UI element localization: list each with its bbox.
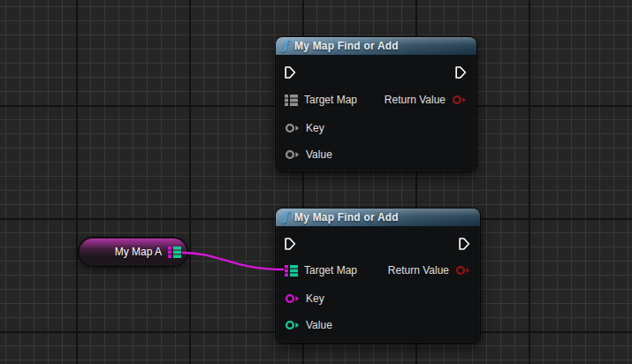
pin-label: Key [306,122,324,134]
value-pin[interactable]: Value [285,319,332,331]
pin-label: Value [306,148,332,161]
pin-label: Return Value [385,94,445,106]
pin-label: Return Value [388,264,449,277]
data-pin-icon [452,95,467,105]
pin-label: Value [306,319,332,331]
exec-in-pin[interactable] [285,66,296,80]
target-map-pin[interactable]: Target Map [285,94,357,106]
exec-out-pin[interactable] [455,66,467,80]
node-title: My Map Find or Add [294,40,399,52]
pin-label: Target Map [304,94,357,106]
pin-label: Key [306,292,324,305]
map-container-icon [285,95,298,106]
data-pin-icon [285,320,300,330]
pin-label: Target Map [304,264,357,277]
map-container-icon [285,265,298,277]
variable-name-label: My Map A [115,246,162,258]
exec-arrow-icon [459,238,470,251]
return-value-pin[interactable]: Return Value [385,94,467,106]
key-pin[interactable]: Key [285,292,324,305]
key-pin[interactable]: Key [285,122,324,134]
exec-arrow-icon [285,238,296,251]
function-icon: ƒ [283,210,288,223]
data-pin-icon [285,149,300,160]
function-icon: ƒ [283,39,288,51]
exec-in-pin[interactable] [285,238,296,251]
data-pin-icon [285,123,300,133]
map-output-pin[interactable] [168,246,181,258]
exec-arrow-icon [285,66,296,80]
variable-node-my-map-a[interactable]: My Map A [78,237,188,267]
data-pin-icon [285,293,300,304]
exec-out-pin[interactable] [459,238,470,251]
node-header[interactable]: ƒ My Map Find or Add [276,209,480,227]
node-header[interactable]: ƒ My Map Find or Add [276,37,476,56]
blueprint-graph-canvas[interactable]: { "graph_editor": { "nodes": [ { "title"… [0,0,632,364]
function-node-my-map-find-or-add-2[interactable]: ƒ My Map Find or Add Target Map Return V… [275,208,481,344]
return-value-pin[interactable]: Return Value [388,264,470,277]
exec-arrow-icon [455,66,467,80]
node-title: My Map Find or Add [294,211,399,224]
function-node-my-map-find-or-add-1[interactable]: ƒ My Map Find or Add Target Map Return V… [275,36,477,172]
value-pin[interactable]: Value [285,148,332,161]
data-pin-icon [455,265,470,276]
target-map-pin[interactable]: Target Map [285,264,357,277]
wire-my-map-a-to-target-map[interactable] [183,253,283,269]
